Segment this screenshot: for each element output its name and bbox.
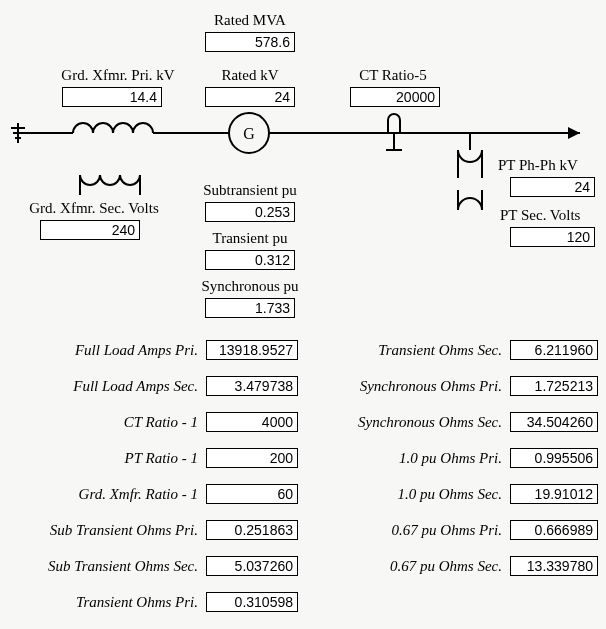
right-row-field[interactable]: [510, 520, 598, 540]
left-row-field[interactable]: [206, 484, 298, 504]
right-row-label: 0.67 pu Ohms Pri.: [315, 522, 510, 539]
right-row-label: 1.0 pu Ohms Sec.: [315, 486, 510, 503]
right-row-label: 1.0 pu Ohms Pri.: [315, 450, 510, 467]
left-row-label: Transient Ohms Pri.: [11, 594, 206, 611]
left-row-label: CT Ratio - 1: [11, 414, 206, 431]
right-row: Synchronous Ohms Sec.: [300, 412, 598, 432]
right-row-field[interactable]: [510, 556, 598, 576]
right-row-label: Synchronous Ohms Sec.: [315, 414, 510, 431]
right-row-label: Transient Ohms Sec.: [315, 342, 510, 359]
left-row-field[interactable]: [206, 340, 298, 360]
right-row: 0.67 pu Ohms Pri.: [300, 520, 598, 540]
right-row-field[interactable]: [510, 340, 598, 360]
left-row-field[interactable]: [206, 592, 298, 612]
left-row: Grd. Xmfr. Ratio - 1: [0, 484, 298, 504]
schematic-diagram: G: [0, 0, 606, 260]
right-row: Transient Ohms Sec.: [300, 340, 598, 360]
left-row-field[interactable]: [206, 412, 298, 432]
left-row-label: Full Load Amps Pri.: [11, 342, 206, 359]
right-row-field[interactable]: [510, 484, 598, 504]
synchronous-label: Synchronous pu: [190, 278, 310, 295]
generator-symbol: G: [243, 125, 255, 142]
left-row-field[interactable]: [206, 448, 298, 468]
left-row: PT Ratio - 1: [0, 448, 298, 468]
left-row-label: Full Load Amps Sec.: [11, 378, 206, 395]
svg-marker-10: [568, 127, 580, 139]
right-row-field[interactable]: [510, 412, 598, 432]
left-row: Full Load Amps Pri.: [0, 340, 298, 360]
left-row: Sub Transient Ohms Sec.: [0, 556, 298, 576]
left-row: CT Ratio - 1: [0, 412, 298, 432]
right-row: 1.0 pu Ohms Pri.: [300, 448, 598, 468]
right-row-field[interactable]: [510, 448, 598, 468]
right-row: Synchronous Ohms Pri.: [300, 376, 598, 396]
left-row: Sub Transient Ohms Pri.: [0, 520, 298, 540]
right-row-field[interactable]: [510, 376, 598, 396]
left-row-field[interactable]: [206, 520, 298, 540]
left-row: Full Load Amps Sec.: [0, 376, 298, 396]
left-row: Transient Ohms Pri.: [0, 592, 298, 612]
left-row-label: PT Ratio - 1: [11, 450, 206, 467]
left-row-label: Grd. Xmfr. Ratio - 1: [11, 486, 206, 503]
right-row: 1.0 pu Ohms Sec.: [300, 484, 598, 504]
left-row-field[interactable]: [206, 556, 298, 576]
left-row-label: Sub Transient Ohms Sec.: [11, 558, 206, 575]
right-row-label: 0.67 pu Ohms Sec.: [315, 558, 510, 575]
synchronous-field[interactable]: [205, 298, 295, 318]
left-row-field[interactable]: [206, 376, 298, 396]
left-row-label: Sub Transient Ohms Pri.: [11, 522, 206, 539]
right-row: 0.67 pu Ohms Sec.: [300, 556, 598, 576]
right-row-label: Synchronous Ohms Pri.: [315, 378, 510, 395]
